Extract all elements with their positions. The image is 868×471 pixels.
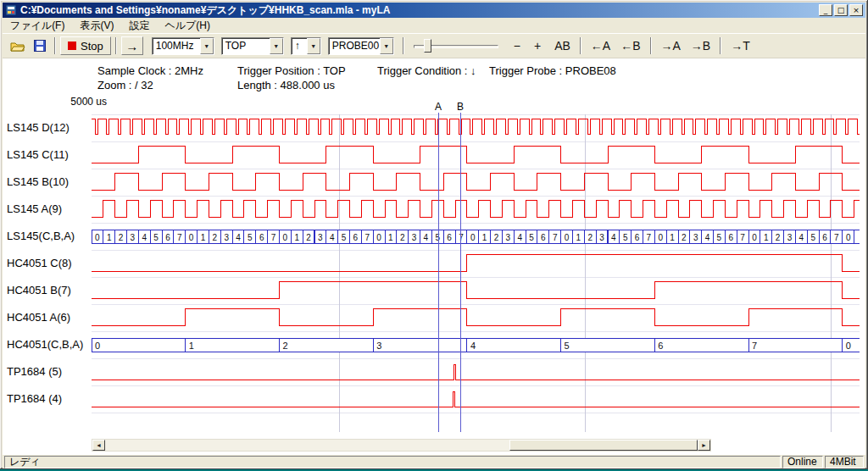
bus-value: 0 [565, 233, 570, 242]
chevron-down-icon[interactable]: ▼ [270, 38, 283, 54]
channel-label: HC4051(C,B,A) [7, 331, 90, 358]
trigger-probe-info: Trigger Probe : PROBE08 [489, 64, 616, 77]
menu-settings[interactable]: 設定 [121, 17, 157, 35]
bus-value: 0 [846, 341, 851, 351]
bus-value: 5 [623, 233, 628, 242]
bus-value: 5 [717, 233, 722, 242]
bus-value: 2 [682, 233, 687, 242]
stop-button[interactable]: Stop [60, 36, 111, 55]
bus-value: 3 [376, 341, 381, 351]
bus-value: 7 [834, 233, 839, 242]
scroll-left-icon[interactable]: ◄ [92, 440, 105, 451]
chevron-down-icon[interactable]: ▼ [380, 38, 393, 54]
goto-trigger-button[interactable]: →T [726, 36, 755, 55]
trigger-edge-select[interactable]: ↑ ▼ [291, 37, 321, 55]
chevron-down-icon[interactable]: ▼ [307, 38, 320, 54]
set-marker-a-button[interactable]: →A [656, 36, 686, 55]
bus-value: 0 [658, 233, 663, 242]
open-folder-icon [10, 41, 25, 52]
bus-value: 6 [541, 233, 546, 242]
waveform-canvas[interactable]: 0123456701234567012345670123456701234567… [92, 100, 860, 434]
maximize-button[interactable]: □ [834, 4, 848, 16]
run-button[interactable]: → [121, 36, 143, 55]
channel-wave [92, 200, 860, 217]
scrollbar-thumb[interactable] [509, 440, 698, 451]
marker-label: B [457, 101, 464, 113]
bus-value: 7 [752, 341, 757, 351]
bus-value: 4 [611, 233, 616, 242]
channel-wave [92, 391, 860, 407]
bus-value: 3 [131, 233, 136, 242]
bus-value: 4 [517, 233, 522, 242]
zoom-in-button[interactable]: + [529, 36, 546, 55]
zoom-slider-thumb[interactable] [424, 39, 431, 53]
toolbar-separator [115, 37, 117, 54]
marker-label: A [435, 101, 442, 113]
toolbar-separator [403, 37, 404, 54]
bus-value: 0 [376, 233, 381, 242]
save-file-button[interactable] [30, 36, 50, 55]
bus-cell [279, 338, 373, 352]
channel-wave [92, 281, 860, 298]
channel-label: LS145 C(11) [7, 141, 90, 169]
channel-label: HC4051 C(8) [7, 250, 90, 277]
bus-value: 5 [810, 233, 815, 242]
titlebar: C:¥Documents and Settings¥noname¥デスクトップ¥… [3, 3, 865, 18]
window-title: C:¥Documents and Settings¥noname¥デスクトップ¥… [20, 3, 819, 18]
bus-cell [92, 338, 186, 352]
menu-file[interactable]: ファイル(F) [3, 17, 72, 35]
app-window: C:¥Documents and Settings¥noname¥デスクトップ¥… [0, 0, 868, 469]
open-file-button[interactable] [8, 36, 28, 55]
bus-value: 1 [294, 233, 299, 242]
bus-value: 2 [494, 233, 499, 242]
horizontal-scrollbar[interactable]: ◄ ► [92, 439, 711, 452]
bus-value: 1 [107, 233, 112, 242]
bus-value: 0 [470, 233, 476, 242]
trigger-position-select[interactable]: TOP ▼ [221, 37, 284, 55]
zoom-slider[interactable] [412, 36, 500, 55]
status-memory: 4MBit [825, 456, 864, 468]
menu-help[interactable]: ヘルプ(H) [157, 17, 218, 35]
zoom-out-button[interactable]: − [509, 36, 526, 55]
bus-value: 4 [236, 233, 241, 242]
bus-value: 4 [142, 233, 147, 242]
sample-clock-info: Sample Clock : 2MHz [97, 64, 203, 77]
length-info: Length : 488.000 us [237, 79, 335, 91]
bus-value: 2 [213, 233, 218, 242]
goto-marker-b-button[interactable]: ←B [615, 36, 645, 55]
bus-value: 1 [201, 233, 206, 242]
scroll-right-icon[interactable]: ► [698, 440, 710, 451]
bus-cell [373, 338, 467, 352]
bus-value: 4 [470, 341, 476, 351]
toolbar-separator [54, 37, 56, 54]
close-button[interactable]: × [849, 4, 863, 16]
bus-value: 2 [306, 233, 311, 242]
bus-value: 1 [388, 233, 393, 242]
bus-value: 6 [165, 233, 170, 242]
bus-value: 0 [752, 233, 757, 242]
minimize-button[interactable]: _ [819, 4, 832, 16]
marker-b[interactable]: B [457, 101, 464, 432]
bus-value: 4 [705, 233, 710, 242]
stop-icon [68, 42, 76, 50]
marker-a[interactable]: A [435, 101, 442, 432]
set-marker-b-button[interactable]: →B [686, 36, 715, 55]
bus-value: 6 [635, 233, 640, 242]
ab-range-button[interactable]: AB [549, 36, 576, 55]
toolbar-separator [720, 37, 721, 54]
bus-value: 0 [95, 233, 100, 242]
zoom-info: Zoom : / 32 [97, 79, 153, 91]
bus-value: 2 [119, 233, 124, 242]
menu-view[interactable]: 表示(V) [72, 17, 121, 35]
bus-value: 1 [189, 341, 194, 351]
bus-cell [654, 338, 748, 352]
sample-rate-select[interactable]: 100MHz ▼ [152, 37, 214, 55]
status-online: Online [782, 456, 823, 468]
trigger-probe-select[interactable]: PROBE00 ▼ [328, 37, 394, 55]
floppy-disk-icon [34, 40, 46, 52]
chevron-down-icon[interactable]: ▼ [200, 38, 214, 54]
bus-value: 7 [459, 233, 464, 242]
goto-marker-a-button[interactable]: ←A [586, 36, 615, 55]
bus-value: 3 [787, 233, 793, 242]
bus-value: 3 [318, 233, 323, 242]
